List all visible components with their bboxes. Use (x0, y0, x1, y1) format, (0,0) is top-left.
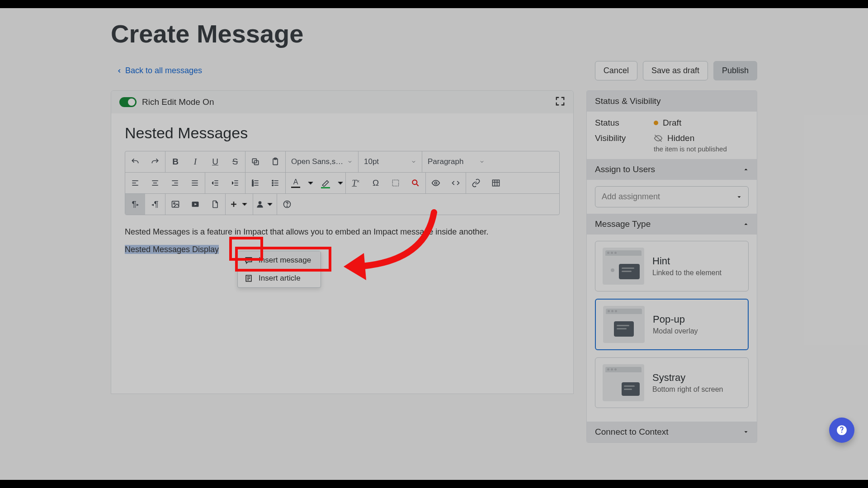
block-format-select[interactable]: Paragraph (422, 151, 490, 172)
italic-button[interactable]: I (185, 151, 205, 172)
hidden-icon (654, 134, 663, 143)
svg-point-48 (259, 201, 262, 204)
connect-context-header[interactable]: Connect to Context (587, 422, 757, 442)
back-to-messages-link[interactable]: Back to all messages (111, 66, 202, 75)
popup-title: Pop-up (653, 314, 698, 325)
visibility-value: Hidden (667, 133, 694, 143)
status-label: Status (595, 118, 654, 128)
article-icon (244, 274, 253, 283)
text-color-chevron[interactable] (306, 173, 316, 193)
font-family-value: Open Sans,s… (291, 157, 343, 166)
text-color-button[interactable]: A (286, 173, 306, 193)
systray-preview-icon (603, 364, 644, 401)
insert-link-button[interactable] (466, 173, 486, 193)
editor-body-text[interactable]: Nested Messages is a feature in Impact t… (125, 226, 560, 239)
page-title: Create Message (111, 19, 757, 48)
copy-button[interactable] (245, 151, 265, 172)
highlight-color-chevron[interactable] (335, 173, 345, 193)
ltr-button[interactable]: ¶▸ (125, 194, 145, 215)
unordered-list-button[interactable] (265, 173, 285, 193)
popup-sub: Modal overlay (653, 327, 698, 335)
redo-button[interactable] (145, 151, 165, 172)
msgtype-systray-card[interactable]: Systray Bottom right of screen (595, 357, 749, 408)
assign-users-label: Assign to Users (595, 164, 655, 174)
outdent-button[interactable] (205, 173, 225, 193)
rich-edit-toggle[interactable] (119, 97, 137, 107)
svg-text:3: 3 (252, 184, 254, 187)
paste-button[interactable] (265, 151, 285, 172)
add-assignment-select[interactable]: Add assignment (595, 186, 749, 207)
insert-file-button[interactable] (205, 194, 225, 215)
svg-rect-34 (392, 180, 398, 186)
svg-point-43 (174, 203, 175, 204)
publish-button[interactable]: Publish (713, 61, 757, 80)
status-dot-icon (654, 121, 658, 125)
rtl-button[interactable]: ◂¶ (145, 194, 165, 215)
insert-message-label: Insert message (259, 256, 311, 265)
msgtype-hint-card[interactable]: Hint Linked to the element (595, 241, 749, 291)
hint-sub: Linked to the element (652, 269, 722, 277)
help-button[interactable] (277, 194, 297, 215)
svg-point-35 (412, 180, 417, 184)
special-char-button[interactable]: Ω (366, 173, 386, 193)
align-right-button[interactable] (165, 173, 185, 193)
insert-menu-button[interactable] (226, 194, 253, 215)
expand-icon[interactable] (555, 96, 565, 108)
source-code-button[interactable] (446, 173, 466, 193)
status-visibility-header: Status & Visibility (587, 91, 757, 112)
msgtype-popup-card[interactable]: Pop-up Modal overlay (595, 299, 749, 350)
font-size-select[interactable]: 10pt (359, 151, 422, 172)
save-draft-button[interactable]: Save as draft (643, 61, 708, 80)
hint-preview-icon (603, 248, 644, 285)
block-format-value: Paragraph (428, 157, 463, 166)
assign-users-header[interactable]: Assign to Users (587, 159, 757, 180)
svg-rect-38 (493, 180, 500, 186)
highlight-color-button[interactable] (316, 173, 335, 193)
svg-point-32 (272, 183, 274, 184)
underline-button[interactable]: U (205, 151, 225, 172)
clear-format-button[interactable]: T× (346, 173, 366, 193)
svg-point-37 (435, 182, 437, 184)
align-center-button[interactable] (145, 173, 165, 193)
status-value: Draft (663, 118, 681, 128)
editor-selected-text[interactable]: Nested Messages Display (125, 245, 219, 254)
editor-panel: Rich Edit Mode On Nested Messages (111, 90, 574, 394)
indent-button[interactable] (225, 173, 245, 193)
insert-article-item[interactable]: Insert article (238, 269, 321, 287)
svg-line-36 (417, 184, 419, 186)
visibility-note: the item is not published (654, 145, 727, 153)
back-label: Back to all messages (125, 66, 202, 75)
strikethrough-button[interactable]: S (225, 151, 245, 172)
message-type-label: Message Type (595, 219, 651, 229)
connect-context-label: Connect to Context (595, 427, 669, 437)
hint-title: Hint (652, 255, 722, 267)
insert-message-item[interactable]: Insert message (238, 251, 321, 269)
message-type-header[interactable]: Message Type (587, 214, 757, 235)
systray-sub: Bottom right of screen (652, 385, 723, 394)
select-all-button[interactable] (386, 173, 406, 193)
svg-point-33 (272, 185, 274, 186)
bold-button[interactable]: B (165, 151, 185, 172)
font-family-select[interactable]: Open Sans,s… (286, 151, 358, 172)
systray-title: Systray (652, 372, 723, 384)
svg-point-31 (272, 180, 274, 182)
user-menu-button[interactable] (253, 194, 277, 215)
cancel-button[interactable]: Cancel (595, 61, 637, 80)
insert-image-button[interactable] (165, 194, 185, 215)
document-title[interactable]: Nested Messages (125, 124, 560, 142)
svg-point-50 (287, 206, 287, 206)
align-justify-button[interactable] (185, 173, 205, 193)
popup-preview-icon (603, 306, 645, 343)
insert-dropdown-menu: Insert message Insert article (237, 251, 321, 288)
rich-edit-label: Rich Edit Mode On (142, 97, 214, 107)
undo-button[interactable] (125, 151, 145, 172)
insert-table-button[interactable] (486, 173, 506, 193)
message-icon (244, 256, 253, 265)
help-fab-button[interactable] (829, 418, 854, 443)
find-replace-button[interactable] (406, 173, 425, 193)
insert-video-button[interactable] (185, 194, 205, 215)
font-size-value: 10pt (364, 157, 379, 166)
align-left-button[interactable] (125, 173, 145, 193)
ordered-list-button[interactable]: 123 (245, 173, 265, 193)
preview-button[interactable] (426, 173, 446, 193)
